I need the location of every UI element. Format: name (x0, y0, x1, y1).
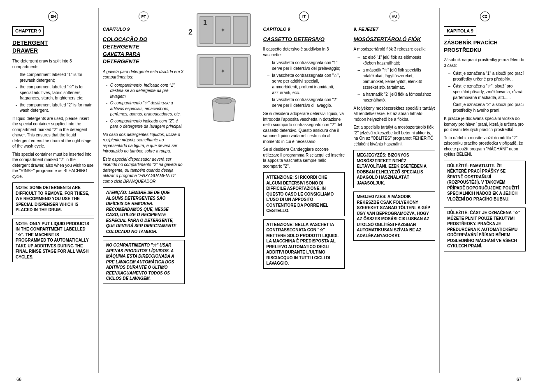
bullets-it: la vaschetta contrassegnata con "1" serv… (263, 60, 345, 108)
dispenser-svg (203, 94, 244, 127)
svg-rect-3 (233, 16, 248, 44)
bullet-en-1: the compartment labelled "☆" is for spec… (16, 84, 94, 101)
note1-it: ATTENZIONE: SI RICORDI CHE ALCUNI DETERS… (263, 172, 345, 216)
note2-pt: NO COMPARTIMENTO "☆" USAR APENAS PRODUTO… (103, 240, 185, 284)
note1-cz: DŮLEŽITÉ: PAMATUJTE, ŽE NĚKTERÉ PRACÍ PR… (444, 161, 526, 205)
para2-it: Se si desidera Candeggiare occorre utili… (263, 147, 345, 169)
para2-cz: Tuto nádobku musíte vložit do oddílu "2"… (444, 135, 526, 157)
column-cz: CZ KAPITOLA 9 ZÁSOBNÍK PRACÍCH PROSTŘEDK… (440, 8, 530, 373)
para1-pt: No caso dos detergentes líquidos, utiliz… (103, 132, 185, 154)
columns-wrapper: EN CHAPTER 9 DETERGENTDRAWER The deterge… (8, 8, 530, 373)
lang-badge-it: IT (299, 12, 309, 21)
lang-badge-hu: HU (390, 12, 399, 21)
label-2: 2 (188, 28, 192, 37)
note1-hu: MEGJEGYZÉS: BIZONYOS MOSÓSZEREKET NEHÉZ … (353, 150, 435, 188)
bullet-pt-2: O compartimento indicado com "2", é para… (106, 118, 185, 129)
bullet-cz-1: Část je označena "☆", slouží pro speciál… (448, 83, 526, 101)
drawer-svg-1: ✦ 1 (195, 12, 253, 48)
svg-text:1: 1 (203, 19, 207, 26)
chapter-box-en: CHAPTER 9 (12, 26, 44, 36)
chapter-hu: 9. FEJEZET (353, 26, 378, 32)
chapter-pt: CAPÍTULO 9 (103, 26, 130, 32)
bullet-it-0: la vaschetta contrassegnata con "1" serv… (267, 60, 345, 71)
chapter-cz: KAPITOLA 9 (444, 26, 476, 36)
lang-badge-en: EN (48, 12, 58, 21)
para1-it: Se si desidera adoperare detersivi liqui… (263, 111, 345, 144)
footer: 66 67 (8, 373, 530, 384)
lang-badge-pt: PT (139, 12, 148, 21)
svg-rect-7 (200, 58, 213, 85)
note2-hu: MEGJEGYZÉS: A MÁSODIK REKESZBE CSAK FOLY… (353, 191, 435, 241)
bullet-pt-1: O compartimento "☆" destina-se a aditivo… (106, 100, 185, 117)
section-title-cz: ZÁSOBNÍK PRACÍCH PROSTŘEDKU (444, 39, 526, 54)
page-container: EN CHAPTER 9 DETERGENTDRAWER The deterge… (0, 0, 538, 392)
column-images: ✦ 1 2 ✦ (189, 8, 259, 373)
bullet-hu-1: a második "☆" jelű fiók speciális adalék… (357, 67, 435, 90)
svg-text:✦: ✦ (220, 68, 225, 74)
section-title-pt: COLOCAÇÃO DODETERGENTEGAVETA PARADETERGE… (103, 36, 185, 66)
dispenser-img (203, 94, 244, 127)
bullet-cz-2: Část je označena "2" a slouží pro prací … (448, 102, 526, 113)
column-en: EN CHAPTER 9 DETERGENTDRAWER The deterge… (8, 8, 99, 373)
column-it: IT CAPITOLO 9 CASSETTO DETERSIVO Il cass… (259, 8, 350, 373)
page-left: 66 (16, 377, 21, 382)
bullet-cz-0: Část je označena "1" a slouží pro prací … (448, 71, 526, 82)
bullet-hu-2: a harmadik "2" jelű fiók a főmosáshoz ha… (357, 92, 435, 103)
bullets-hu: az első "1" jelű fiók az előmosás közben… (353, 55, 435, 103)
note2-it: ATTENZIONE: NELLA VASCHETTA CONTRASSEGNA… (263, 219, 345, 269)
bullet-en-2: the compartment labelled "2" is for main… (16, 102, 94, 113)
bullet-en-0: the compartment labelled "1" is for prew… (16, 72, 94, 83)
note1-pt: ATENÇÃO: LEMBRE-SE DE QUE ALGUNS DETERGE… (103, 187, 185, 237)
bullet-it-1: la vaschetta contrassegnata con "☆", ser… (267, 73, 345, 96)
section-title-it: CASSETTO DETERSIVO (263, 36, 345, 43)
note2-cz: DŮLEŽITÉ: ČÁST JE OZNAČENA "☆" MŮŽETE PL… (444, 208, 526, 251)
intro-hu: A mosószertároló fiók 3 rekeszre oszlik: (353, 46, 435, 52)
note1-en: NOTE: SOME DETERGENTS ARE DIFFICULT TO R… (12, 182, 94, 215)
drawer-svg-2: ✦ (195, 53, 253, 90)
lang-badge-cz: CZ (480, 12, 490, 21)
drawer-img-1: ✦ 1 2 (195, 12, 253, 48)
column-pt: PT CAPÍTULO 9 COLOCAÇÃO DODETERGENTEGAVE… (99, 8, 189, 373)
drawer-img-2: ✦ (195, 53, 253, 90)
chapter-it: CAPITOLO 9 (263, 26, 290, 32)
para1-hu: A folyékony mosószerekhez speciális tart… (353, 106, 435, 122)
bullets-cz: Část je označena "1" a slouží pro prací … (444, 71, 526, 113)
intro-pt: A gaveta para detergente está dividida e… (103, 69, 185, 80)
page-right: 67 (517, 377, 522, 382)
para2-hu: Ezt a speciális tartályt a mosószertárol… (353, 125, 435, 147)
section-title-hu: MOSÓSZERTÁROLÓ FIÓK (353, 36, 435, 43)
section-title-en: DETERGENTDRAWER (12, 39, 94, 55)
svg-point-12 (216, 98, 232, 104)
bullets-en: the compartment labelled "1" is for prew… (12, 72, 94, 113)
svg-text:✦: ✦ (220, 27, 225, 33)
para1-en: If liquid detergents are used, please in… (12, 116, 94, 149)
intro-en: The detergent draw is split into 3 compa… (12, 58, 94, 69)
intro-cz: Zásobník na prací prostředky je rozdělen… (444, 57, 526, 68)
para1-cz: K pračce je dodávána speciální vložka do… (444, 116, 526, 133)
bullets-pt: O compartimento, indicado com "1", desti… (103, 83, 185, 129)
para2-pt: Este especial dispensador deverá ser ins… (103, 157, 185, 184)
bullet-hu-0: az első "1" jelű fiók az előmosás közben… (357, 55, 435, 66)
svg-rect-9 (233, 58, 248, 85)
note2-en: NOTE: ONLY PUT LIQUID PRODUCTS IN THE CO… (12, 219, 94, 263)
intro-it: Il cassetto detersivo è suddiviso in 3 v… (263, 46, 345, 58)
para2-en: This special container must be inserted … (12, 152, 94, 180)
bullet-it-2: la vaschetta contrassegnata con "2" serv… (267, 97, 345, 108)
bullet-pt-0: O compartimento, indicado com "1", desti… (106, 83, 185, 99)
column-hu: HU 9. FEJEZET MOSÓSZERTÁROLÓ FIÓK A mosó… (349, 8, 440, 373)
